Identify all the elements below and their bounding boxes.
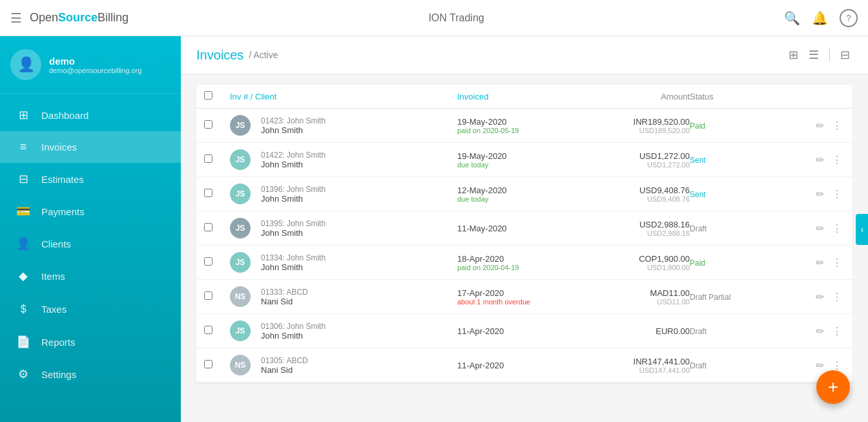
more-options-button[interactable]: ⋮ [829,187,845,202]
row-status-cell: Draft [690,222,793,234]
row-actions: ✏ ⋮ [793,187,845,202]
row-checkbox-cell [204,291,230,302]
row-invoice-num: 01422: John Smith [261,151,326,160]
collapse-panel-tab[interactable]: ‹ [856,214,868,245]
row-checkbox[interactable] [204,154,212,163]
table-row: JS 01306: John Smith John Smith 11-Apr-2… [196,314,852,348]
row-amount: USD9,408.76 [586,185,690,195]
row-checkbox-cell [204,120,230,131]
list-view-button[interactable]: ☰ [806,45,822,65]
row-date: 18-Apr-2020 [457,254,586,264]
menu-icon[interactable]: ☰ [10,10,22,26]
sidebar-item-reports[interactable]: 📄 Reports [0,326,181,358]
amount-sub: USD1,272.00 [586,161,690,169]
row-client-name: John Smith [261,228,326,238]
col-inv-client: Inv # / Client [230,92,457,101]
more-options-button[interactable]: ⋮ [829,255,845,270]
sidebar-item-label: Settings [41,369,76,380]
row-checkbox[interactable] [204,360,212,368]
items-icon: ◆ [16,269,31,283]
sidebar-item-label: Taxes [41,304,67,315]
edit-invoice-button[interactable]: ✏ [813,358,827,373]
edit-invoice-button[interactable]: ✏ [813,187,827,202]
edit-invoice-button[interactable]: ✏ [813,118,827,133]
sidebar-item-payments[interactable]: 💳 Payments [0,195,181,227]
more-options-button[interactable]: ⋮ [829,153,845,167]
select-all-checkbox[interactable] [204,91,212,100]
edit-invoice-button[interactable]: ✏ [813,255,827,270]
user-info: demo demo@opensourcebilling.org [49,56,141,74]
row-amount: INR189,520.00 [586,117,690,127]
table-row: JS 01334: John Smith John Smith 18-Apr-2… [196,246,852,280]
edit-invoice-button[interactable]: ✏ [813,324,827,339]
amount-sub: USD11.00 [586,298,690,306]
more-options-button[interactable]: ⋮ [829,290,845,304]
edit-invoice-button[interactable]: ✏ [813,153,827,167]
row-client-cell: JS 01422: John Smith John Smith [230,149,457,170]
row-date-cell: 11-Apr-2020 [457,326,586,336]
sidebar-item-label: Invoices [41,142,77,153]
row-checkbox[interactable] [204,326,212,334]
amount-sub: USD1,900.00 [586,264,690,271]
row-checkbox[interactable] [204,120,212,129]
row-invoice-info: 01396: John Smith John Smith [256,185,326,204]
header-divider [829,48,830,61]
more-options-button[interactable]: ⋮ [829,118,845,133]
sidebar-item-estimates[interactable]: ⊟ Estimates [0,163,181,195]
row-amount: COP1,900.00 [586,254,690,264]
row-checkbox-cell [204,222,230,234]
sidebar-item-dashboard[interactable]: ⊞ Dashboard [0,99,181,131]
row-client-cell: JS 01423: John Smith John Smith [230,115,457,136]
row-client-cell: NS 01333: ABCD Nani Sid [230,286,457,307]
row-amount-cell: MAD11.00 USD11.00 [586,288,690,306]
search-icon[interactable]: 🔍 [784,10,800,26]
row-status-cell: Draft [690,325,793,337]
reports-icon: 📄 [16,335,31,349]
sidebar-item-settings[interactable]: ⚙ Settings [0,358,181,390]
date-sub: due today [457,161,586,169]
row-checkbox-cell [204,257,230,268]
row-amount-cell: INR189,520.00 USD189,520.00 [586,117,690,134]
row-avatar: JS [230,252,251,273]
status-badge: Sent [690,190,706,199]
sidebar-item-label: Estimates [41,174,84,185]
filter-button[interactable]: ⊟ [838,45,852,65]
row-date: 12-May-2020 [457,185,586,195]
edit-invoice-button[interactable]: ✏ [813,221,827,236]
sidebar-item-invoices[interactable]: ≡ Invoices [0,131,181,163]
row-date-cell: 19-May-2020 due today [457,151,586,169]
date-sub: about 1 month overdue [457,298,586,306]
row-checkbox[interactable] [204,223,212,231]
row-invoice-info: 01422: John Smith John Smith [256,151,326,169]
row-invoice-num: 01423: John Smith [261,116,326,125]
app-title: ION Trading [129,12,784,24]
table-row: JS 01422: John Smith John Smith 19-May-2… [196,143,852,177]
more-options-button[interactable]: ⋮ [829,324,845,339]
row-date-cell: 18-Apr-2020 paid on 2020-04-19 [457,254,586,271]
help-icon[interactable]: ? [840,9,858,27]
row-avatar: NS [230,286,251,307]
row-checkbox[interactable] [204,189,212,197]
bell-icon[interactable]: 🔔 [812,10,828,26]
date-sub: paid on 2020-04-19 [457,264,586,271]
avatar: 👤 [10,49,41,80]
invoice-table: Inv # / Client Invoiced Amount Status JS… [196,85,852,383]
sidebar-item-clients[interactable]: 👤 Clients [0,227,181,260]
topbar: ☰ OpenSourceBilling ION Trading 🔍 🔔 ? [0,0,868,36]
table-header: Inv # / Client Invoiced Amount Status [196,85,852,109]
row-avatar: JS [230,149,251,170]
page-header-actions: ⊞ ☰ ⊟ [786,45,852,65]
sidebar-item-taxes[interactable]: ＄ Taxes [0,292,181,326]
more-options-button[interactable]: ⋮ [829,221,845,236]
sidebar-item-items[interactable]: ◆ Items [0,260,181,292]
row-client-name: John Smith [261,262,326,272]
grid-view-button[interactable]: ⊞ [786,45,801,65]
add-invoice-button[interactable]: + [816,370,850,404]
row-date-cell: 19-May-2020 paid on 2020-05-19 [457,117,586,134]
row-actions: ✏ ⋮ [793,221,845,236]
edit-invoice-button[interactable]: ✏ [813,290,827,304]
row-checkbox[interactable] [204,291,212,300]
row-client-cell: JS 01396: John Smith John Smith [230,184,457,204]
row-checkbox[interactable] [204,257,212,266]
date-sub: due today [457,195,586,203]
